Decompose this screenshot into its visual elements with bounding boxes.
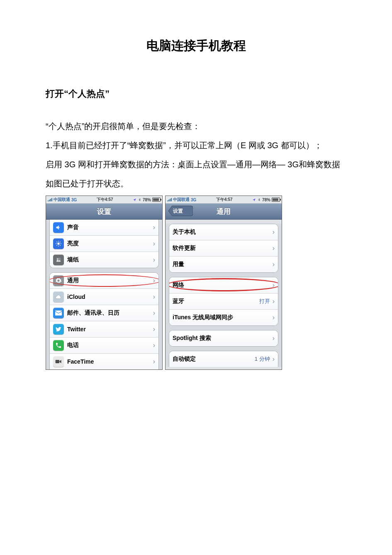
general-group-3: Spotlight 搜索 › (169, 330, 278, 347)
chevron-right-icon: › (273, 355, 275, 363)
chevron-right-icon: › (153, 277, 155, 284)
paragraph-2: 1.手机目前已经打开了“蜂窝数据”，并可以正常上网（E 网或 3G 都可以）； (46, 136, 346, 155)
row-label: 网络 (173, 281, 273, 289)
row-sound[interactable]: 声音 › (50, 220, 158, 235)
battery-percent-label: 78% (262, 198, 270, 202)
back-button-label: 设置 (173, 206, 186, 216)
row-value: 打开 (259, 298, 270, 305)
general-group-2: 网络 › 蓝牙 打开 › iTunes 无线局域网同步 › (169, 277, 278, 326)
paragraph-4: 如图已处于打开状态。 (46, 174, 346, 193)
general-group-4: 自动锁定 1 分钟 › (169, 351, 278, 367)
location-icon (133, 198, 136, 202)
row-label: 关于本机 (173, 228, 273, 236)
row-facetime[interactable]: FaceTime › (50, 353, 158, 369)
bluetooth-icon (138, 198, 141, 202)
chevron-right-icon: › (153, 309, 155, 317)
carrier-label: 中国联通 (54, 197, 70, 203)
row-twitter[interactable]: Twitter › (50, 321, 158, 337)
row-label: 用量 (173, 261, 273, 268)
screenshot-pair: 中国联通 3G 下午4:57 78% 设置 (46, 196, 346, 370)
mail-icon (53, 308, 64, 318)
settings-list: 声音 › 亮度 › 墙纸 › (46, 220, 162, 369)
general-list: 关于本机 › 软件更新 › 用量 › 网络 › (166, 224, 282, 367)
status-bar: 中国联通 3G 下午4:57 78% (166, 196, 282, 203)
signal-icon (167, 198, 172, 201)
row-bluetooth[interactable]: 蓝牙 打开 › (169, 293, 278, 309)
section-heading: 打开“个人热点” (46, 88, 346, 100)
carrier-label: 中国联通 (173, 197, 190, 203)
row-phone[interactable]: 电话 › (50, 337, 158, 353)
speaker-icon (53, 222, 64, 233)
row-label: 声音 (67, 224, 153, 231)
back-button[interactable]: 设置 (168, 206, 193, 216)
settings-group-appearance: 声音 › 亮度 › 墙纸 › (49, 220, 159, 268)
row-label: iTunes 无线局域网同步 (173, 314, 273, 321)
row-label: 通用 (67, 277, 153, 284)
row-wallpaper[interactable]: 墙纸 › (50, 252, 158, 268)
battery-percent-label: 78% (143, 198, 151, 202)
phone-screenshot-settings: 中国联通 3G 下午4:57 78% 设置 (46, 196, 163, 370)
chevron-right-icon: › (273, 244, 275, 252)
row-label: 蓝牙 (173, 298, 259, 305)
network-type-label: 3G (191, 198, 196, 202)
settings-group-main: 通用 › iCloud › (49, 272, 159, 369)
row-itunes-wifi-sync[interactable]: iTunes 无线局域网同步 › (169, 309, 278, 325)
chevron-right-icon: › (273, 335, 275, 342)
location-icon (252, 198, 256, 202)
row-label: Spotlight 搜索 (173, 335, 273, 342)
document-title: 电脑连接手机教程 (46, 37, 346, 54)
row-mail-contacts-calendar[interactable]: 邮件、通讯录、日历 › (50, 305, 158, 321)
row-label: FaceTime (67, 358, 153, 365)
chevron-right-icon: › (153, 224, 155, 231)
row-about[interactable]: 关于本机 › (169, 224, 278, 240)
nav-title: 通用 (217, 207, 231, 216)
chevron-right-icon: › (273, 228, 275, 236)
facetime-icon (53, 356, 64, 367)
row-brightness[interactable]: 亮度 › (50, 235, 158, 252)
row-network[interactable]: 网络 › (169, 277, 278, 293)
document-page: 电脑连接手机教程 打开“个人热点” “个人热点”的开启很简单，但是要先检查： 1… (0, 0, 392, 555)
status-bar: 中国联通 3G 下午4:57 78% (46, 196, 162, 203)
chevron-right-icon: › (273, 261, 275, 268)
row-label: 亮度 (67, 240, 153, 247)
svg-point-0 (57, 242, 59, 244)
chevron-right-icon: › (153, 325, 155, 333)
cloud-icon (53, 291, 64, 302)
row-label: 自动锁定 (173, 355, 255, 363)
row-label: 电话 (67, 342, 153, 349)
signal-icon (48, 198, 52, 201)
paragraph-3: 启用 3G 网和打开蜂窝数据的方法：桌面上点设置—通用—网络— 3G和蜂窝数据 (46, 155, 346, 174)
battery-icon (272, 198, 280, 202)
chevron-right-icon: › (153, 256, 155, 264)
general-group-1: 关于本机 › 软件更新 › 用量 › (169, 224, 278, 273)
row-auto-lock[interactable]: 自动锁定 1 分钟 › (169, 351, 278, 367)
battery-icon (152, 198, 161, 202)
status-time: 下午4:57 (196, 197, 252, 203)
row-software-update[interactable]: 软件更新 › (169, 240, 278, 256)
row-icloud[interactable]: iCloud › (50, 289, 158, 305)
row-general[interactable]: 通用 › (50, 273, 158, 289)
row-label: 邮件、通讯录、日历 (67, 309, 153, 317)
row-label: Twitter (67, 326, 153, 333)
row-label: iCloud (67, 293, 153, 300)
row-label: 墙纸 (67, 256, 153, 264)
chevron-right-icon: › (153, 342, 155, 349)
row-value: 1 分钟 (255, 355, 270, 363)
chevron-right-icon: › (273, 298, 275, 305)
chevron-right-icon: › (273, 314, 275, 321)
chevron-right-icon: › (153, 240, 155, 247)
bluetooth-icon (257, 198, 261, 202)
row-label: 软件更新 (173, 244, 273, 252)
nav-bar: 设置 通用 (166, 203, 282, 220)
row-spotlight[interactable]: Spotlight 搜索 › (169, 330, 278, 346)
paragraph-1: “个人热点”的开启很简单，但是要先检查： (46, 117, 346, 136)
twitter-icon (53, 324, 64, 335)
svg-rect-4 (56, 360, 59, 363)
chevron-right-icon: › (273, 281, 275, 289)
chevron-right-icon: › (153, 358, 155, 365)
status-time: 下午4:57 (77, 197, 133, 203)
phone-icon (53, 340, 64, 351)
svg-point-2 (57, 259, 58, 260)
row-usage[interactable]: 用量 › (169, 256, 278, 272)
network-type-label: 3G (71, 198, 77, 202)
